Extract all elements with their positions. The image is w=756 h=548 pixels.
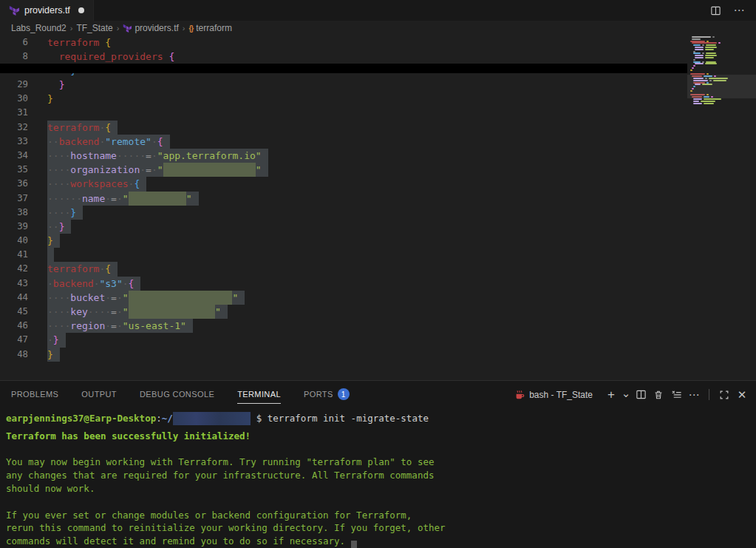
close-panel-button[interactable]: ✕ xyxy=(734,387,750,403)
tab-modified-dot[interactable] xyxy=(78,7,84,13)
code-line-content: ····organization·=·"" xyxy=(47,163,268,177)
code-lines: 29 }30}3132terraform·{33··backend·"remot… xyxy=(0,78,756,362)
minimap-row xyxy=(693,103,756,104)
minimap-row xyxy=(692,38,756,40)
line-number: 38 xyxy=(0,206,28,220)
panel-tab-terminal[interactable]: TERMINAL xyxy=(237,386,281,404)
breadcrumb-separator: › xyxy=(70,24,73,33)
line-number: 8 xyxy=(0,50,28,64)
code-line[interactable]: 43·backend·"s3"·{ xyxy=(0,277,756,291)
breadcrumb-item-terraform-symbol[interactable]: {} terraform xyxy=(188,23,231,33)
editor-more-actions-button[interactable]: ⋯ xyxy=(731,2,747,18)
terminal-profile-chevron[interactable]: ⌄ xyxy=(621,385,631,402)
code-line[interactable]: 32terraform·{ xyxy=(0,121,756,135)
minimap-row xyxy=(693,53,756,54)
code-line[interactable]: 48} xyxy=(0,348,756,362)
terminal-line: earpjennings37@Earp-Desktop:~/ $ terrafo… xyxy=(6,412,756,425)
breadcrumb-item-tf-state[interactable]: TF_State xyxy=(76,23,112,33)
code-line[interactable]: 40} xyxy=(0,234,756,248)
panel-header: PROBLEMSOUTPUTDEBUG CONSOLETERMINALPORTS… xyxy=(0,381,756,408)
minimap[interactable] xyxy=(687,35,756,146)
minimap-row xyxy=(693,44,756,46)
line-number: 44 xyxy=(0,291,28,305)
code-line[interactable]: 39··} xyxy=(0,220,756,234)
sticky-scroll[interactable]: 6terraform {8 required_providers { xyxy=(0,35,687,64)
terminal-line: rerun this command to reinitialize your … xyxy=(6,521,756,535)
code-line[interactable]: 36····workspaces·{ xyxy=(0,177,756,191)
minimap-row xyxy=(692,42,756,44)
new-terminal-button[interactable]: + xyxy=(603,387,619,403)
divider xyxy=(709,389,709,400)
line-number: 46 xyxy=(0,319,28,333)
code-line[interactable]: 35····organization·=·"" xyxy=(0,163,756,177)
maximize-panel-button[interactable] xyxy=(716,387,732,403)
bash-shell-icon xyxy=(514,390,525,400)
panel-tab-problems[interactable]: PROBLEMS xyxy=(11,386,58,404)
code-line-content: ····workspaces·{ xyxy=(47,177,146,191)
split-terminal-button[interactable] xyxy=(633,387,649,403)
code-line[interactable]: 41 xyxy=(0,248,756,262)
code-line[interactable]: 44····bucket·=·"" xyxy=(0,291,756,305)
code-line[interactable]: 45····key····=·"" xyxy=(0,305,756,319)
code-line[interactable]: 42terraform·{ xyxy=(0,262,756,276)
code-line[interactable]: 6terraform { xyxy=(0,35,687,50)
terraform-icon xyxy=(123,24,132,33)
minimap-row xyxy=(693,65,756,67)
code-line-content: } xyxy=(47,92,53,106)
terminal[interactable]: earpjennings37@Earp-Desktop:~/ $ terrafo… xyxy=(0,409,756,548)
code-line[interactable]: 28 } xyxy=(0,73,687,78)
code-line-content: ·} xyxy=(47,333,66,347)
code-line[interactable]: 34····hostname·····=·"app.terraform.io" xyxy=(0,149,756,163)
code-line[interactable]: 46····region·=·"us-east-1" xyxy=(0,319,756,333)
code-line[interactable]: 31 xyxy=(0,106,756,120)
code-line[interactable]: 38····} xyxy=(0,206,756,220)
code-line-content: ··} xyxy=(47,220,71,234)
code-line[interactable]: 8 required_providers { xyxy=(0,50,687,64)
code-line-content: ····hostname·····=·"app.terraform.io" xyxy=(47,149,268,163)
line-number: 37 xyxy=(0,192,28,206)
code-line-content: } xyxy=(47,348,60,362)
breadcrumb-item-labs-round2[interactable]: Labs_Round2 xyxy=(11,23,67,33)
panel: PROBLEMSOUTPUTDEBUG CONSOLETERMINALPORTS… xyxy=(0,380,756,548)
code-line-content: ····} xyxy=(47,206,83,220)
terminal-line: should now work. xyxy=(6,482,756,495)
panel-more-actions-button[interactable]: ⋯ xyxy=(686,387,702,403)
minimap-slider[interactable] xyxy=(687,75,756,98)
terminal-line xyxy=(6,443,756,456)
minimap-row xyxy=(690,70,756,71)
panel-tab-output[interactable]: OUTPUT xyxy=(81,386,117,404)
code-line[interactable]: 30} xyxy=(0,92,756,106)
minimap-row xyxy=(693,98,756,100)
code-line[interactable]: 29 } xyxy=(0,78,756,92)
line-number: 6 xyxy=(0,35,28,50)
line-number: 35 xyxy=(0,163,28,177)
line-number: 45 xyxy=(0,305,28,319)
clipped-code-line: 28 } xyxy=(0,73,687,78)
code-line[interactable]: 37······name·=·"" xyxy=(0,192,756,206)
redacted-value xyxy=(129,192,186,206)
code-line-content: ··backend·"remote"·{ xyxy=(47,135,170,149)
line-number: 39 xyxy=(0,220,28,234)
terminal-line: You may now begin working with Terraform… xyxy=(6,456,756,469)
tab-providers-tf[interactable]: providers.tf xyxy=(0,0,94,21)
terminal-cursor xyxy=(351,541,357,548)
terraform-icon xyxy=(9,5,19,16)
split-editor-button[interactable] xyxy=(707,2,723,18)
clear-all-button[interactable] xyxy=(668,387,684,403)
code-line-content: ····bucket·=·"" xyxy=(47,291,245,305)
code-line-content: ····key····=·"" xyxy=(47,305,228,319)
line-number: 32 xyxy=(0,121,28,135)
terminal-line: any changes that are required for your i… xyxy=(6,469,756,482)
redacted-value xyxy=(129,305,215,319)
line-number: 42 xyxy=(0,262,28,276)
kill-terminal-button[interactable] xyxy=(650,387,667,403)
line-number: 41 xyxy=(0,248,28,262)
code-line[interactable]: 33··backend·"remote"·{ xyxy=(0,135,756,149)
line-number: 28 xyxy=(0,73,28,78)
panel-tab-ports[interactable]: PORTS1 xyxy=(304,386,350,404)
panel-tab-debug-console[interactable]: DEBUG CONSOLE xyxy=(140,386,214,404)
code-line[interactable]: 47·} xyxy=(0,333,756,347)
terminal-title[interactable]: bash - TF_State xyxy=(514,390,593,400)
breadcrumb-item-providers-tf[interactable]: providers.tf xyxy=(123,23,178,33)
editor[interactable]: 29 }30}3132terraform·{33··backend·"remot… xyxy=(0,35,756,380)
